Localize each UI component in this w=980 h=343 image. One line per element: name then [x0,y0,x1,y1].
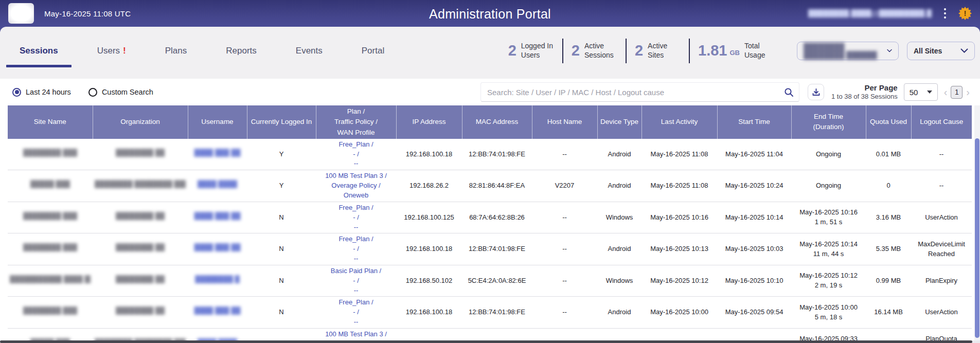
download-button[interactable] [808,84,824,100]
cell-plan-link[interactable]: 100 MB Test Plan 3 /Overage Policy /Onew… [316,170,396,202]
vertical-scrollbar[interactable] [974,105,980,341]
table-row[interactable]: ███████████ ████ ███ ████████ ██ ███████… [8,265,972,297]
column-header: Plan /Traffic Policy /WAN Profile [316,105,396,139]
radio-last-24-hours[interactable]: Last 24 hours [12,88,71,97]
page-size-select[interactable]: 50 [904,83,938,101]
cell-organization: ████████ ██ [93,139,188,170]
cell-logout-cause: UserAction [911,202,972,233]
radio-custom-search[interactable]: Custom Search [88,88,153,97]
stat-active-sessions: 2 Active Sessions [562,39,626,63]
cell-host-name: -- [532,233,597,265]
cell-last-activity: May-16-2025 10:16 [642,202,717,233]
cell-end-time: Ongoing [791,139,866,170]
alert-badge-icon[interactable]: ! [958,7,972,20]
tab-sessions[interactable]: Sessions [0,27,78,75]
cell-plan-link[interactable]: Free_Plan /- /-- [316,202,396,233]
tab-plans[interactable]: Plans [146,27,207,75]
caret-down-icon [927,91,932,94]
cell-site-name: ███████████ ████ ███ [8,265,93,297]
scope-selectors: ████████ ████████ ██████ All Sites [797,42,975,60]
table-row[interactable]: █████ ███ ████████ ████████ ███ ████ ███… [8,170,972,202]
cell-username-link[interactable]: ████ ███ ██ [188,233,247,265]
table-row[interactable]: ████████ ███ ████████ ██ ████ ███ ██ Y F… [8,139,972,170]
search-input[interactable] [487,88,784,97]
cell-username-link[interactable]: ████ ███ ██ [188,139,247,170]
column-header: Host Name [532,105,597,139]
cell-plan-link[interactable]: Free_Plan /- /-- [316,297,396,329]
all-sites-select[interactable]: All Sites [907,42,975,60]
cell-device-type: Android [597,170,642,202]
table-row[interactable]: ████████ ███ ████████ ██ ████ ███ ██ N F… [8,297,972,329]
tab-reports[interactable]: Reports [206,27,276,75]
table-row[interactable]: ████████ ███ ████████ ██ ████ ███ ██ N F… [8,233,972,265]
cell-device-type: Windows [597,202,642,233]
cell-mac-address: 12:BB:74:01:98:FE [462,297,532,329]
cell-ip-address: 192.168.100.18 [396,233,462,265]
cell-quota-used: 3.16 MB [866,202,911,233]
cell-currently-logged-in: N [247,297,316,329]
horizontal-scrollbar[interactable] [0,340,980,343]
cell-username-link[interactable]: ████████ █ [188,265,247,297]
cell-host-name: -- [532,297,597,329]
next-page-button[interactable]: › [965,87,971,97]
kebab-menu-icon[interactable] [941,6,949,21]
table-header-row: Site NameOrganizationUsernameCurrently L… [8,105,972,139]
app-logo [8,3,34,24]
per-page-label: Per Page [831,83,898,93]
cell-last-activity: May-16-2025 11:08 [642,170,717,202]
cell-quota-used: 0 [866,170,911,202]
column-header: Device Type [597,105,642,139]
cell-end-time: May-16-2025 10:161 m, 51 s [791,202,866,233]
user-email-link[interactable]: ████████.████@█████████.███ [808,9,932,17]
search-icon[interactable] [784,87,794,97]
cell-logout-cause: -- [911,170,972,202]
cell-currently-logged-in: N [247,265,316,297]
cell-site-name: ████████ ███ [8,139,93,170]
cell-logout-cause: PlanExpiry [911,265,972,297]
cell-organization: ████████ ████████ ███ [93,170,188,202]
tab-portal[interactable]: Portal [342,27,404,75]
organization-select[interactable]: ████████ ████████ ██████ [797,42,899,60]
column-header: IP Address [396,105,462,139]
cell-quota-used: 5.35 MB [866,233,911,265]
current-page-button[interactable]: 1 [951,86,963,99]
column-header: Currently Logged In [247,105,316,139]
nav-tabs: Sessions Users! Plans Reports Events Por… [0,27,404,75]
cell-username-link[interactable]: ████ ████ [188,170,247,202]
cell-organization: ████████ ██ [93,265,188,297]
cell-site-name: ████████ ███ [8,202,93,233]
table-row[interactable]: ████████ ███ ████████ ██ ████ ███ ██ N F… [8,202,972,233]
users-alert-icon: ! [123,46,126,56]
cell-start-time: May-16-2025 09:54 [717,297,791,329]
cell-logout-cause: UserAction [911,297,972,329]
stat-total-usage: 1.81 GB Total Usage [689,39,786,63]
nav-stats-band: Sessions Users! Plans Reports Events Por… [0,27,980,79]
pager: ‹ 1 › [943,86,971,99]
utc-timestamp: May-16-2025 11:08 UTC [44,9,131,18]
cell-username-link[interactable]: ████ ███ ██ [188,297,247,329]
tab-events[interactable]: Events [276,27,342,75]
chevron-down-icon [887,48,892,53]
cell-quota-used: 16.14 MB [866,297,911,329]
cell-last-activity: May-16-2025 10:13 [642,233,717,265]
cell-logout-cause: -- [911,139,972,170]
column-header: Username [188,105,247,139]
cell-host-name: -- [532,202,597,233]
column-header: MAC Address [462,105,532,139]
cell-host-name: V2207 [532,170,597,202]
vertical-scrollbar-thumb[interactable] [975,138,979,338]
cell-plan-link[interactable]: Free_Plan /- /-- [316,139,396,170]
cell-plan-link[interactable]: Free_Plan /- /-- [316,233,396,265]
cell-mac-address: 12:BB:74:01:98:FE [462,139,532,170]
filter-row: Last 24 hours Custom Search [0,79,980,105]
cell-site-name: █████ ███ [8,170,93,202]
cell-end-time: May-16-2025 10:005 m, 18 s [791,297,866,329]
horizontal-scrollbar-thumb[interactable] [0,340,972,343]
cell-device-type: Android [597,139,642,170]
cell-username-link[interactable]: ████ ███ ██ [188,202,247,233]
prev-page-button[interactable]: ‹ [943,87,949,97]
tab-users[interactable]: Users! [78,27,146,75]
cell-plan-link[interactable]: Basic Paid Plan /- /-- [316,265,396,297]
sessions-table-wrap: Site NameOrganizationUsernameCurrently L… [8,105,972,343]
cell-mac-address: 12:BB:74:01:98:FE [462,233,532,265]
